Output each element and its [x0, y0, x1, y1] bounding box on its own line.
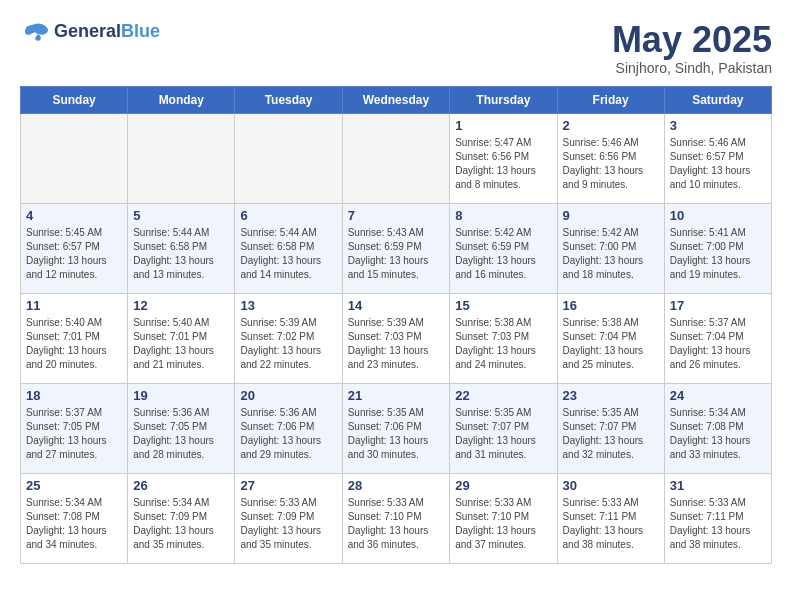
day-number: 19 [133, 388, 229, 403]
day-number: 27 [240, 478, 336, 493]
day-number: 21 [348, 388, 445, 403]
day-number: 2 [563, 118, 659, 133]
calendar-day-cell: 22Sunrise: 5:35 AM Sunset: 7:07 PM Dayli… [450, 383, 557, 473]
calendar-day-cell: 15Sunrise: 5:38 AM Sunset: 7:03 PM Dayli… [450, 293, 557, 383]
calendar-day-cell: 29Sunrise: 5:33 AM Sunset: 7:10 PM Dayli… [450, 473, 557, 563]
month-title: May 2025 [612, 20, 772, 60]
day-number: 29 [455, 478, 551, 493]
calendar-week-row: 25Sunrise: 5:34 AM Sunset: 7:08 PM Dayli… [21, 473, 772, 563]
day-info: Sunrise: 5:34 AM Sunset: 7:08 PM Dayligh… [670, 406, 766, 462]
calendar-week-row: 11Sunrise: 5:40 AM Sunset: 7:01 PM Dayli… [21, 293, 772, 383]
calendar-day-cell: 20Sunrise: 5:36 AM Sunset: 7:06 PM Dayli… [235, 383, 342, 473]
calendar-day-cell: 3Sunrise: 5:46 AM Sunset: 6:57 PM Daylig… [664, 113, 771, 203]
day-number: 7 [348, 208, 445, 223]
day-number: 9 [563, 208, 659, 223]
calendar-header-wednesday: Wednesday [342, 86, 450, 113]
calendar-day-cell: 31Sunrise: 5:33 AM Sunset: 7:11 PM Dayli… [664, 473, 771, 563]
day-info: Sunrise: 5:47 AM Sunset: 6:56 PM Dayligh… [455, 136, 551, 192]
day-number: 3 [670, 118, 766, 133]
calendar-day-cell: 14Sunrise: 5:39 AM Sunset: 7:03 PM Dayli… [342, 293, 450, 383]
calendar-week-row: 18Sunrise: 5:37 AM Sunset: 7:05 PM Dayli… [21, 383, 772, 473]
day-info: Sunrise: 5:42 AM Sunset: 7:00 PM Dayligh… [563, 226, 659, 282]
calendar-day-cell: 17Sunrise: 5:37 AM Sunset: 7:04 PM Dayli… [664, 293, 771, 383]
day-number: 31 [670, 478, 766, 493]
day-number: 12 [133, 298, 229, 313]
logo-icon [20, 20, 50, 44]
calendar-day-cell [21, 113, 128, 203]
calendar-day-cell: 30Sunrise: 5:33 AM Sunset: 7:11 PM Dayli… [557, 473, 664, 563]
day-number: 26 [133, 478, 229, 493]
day-info: Sunrise: 5:44 AM Sunset: 6:58 PM Dayligh… [240, 226, 336, 282]
day-info: Sunrise: 5:33 AM Sunset: 7:09 PM Dayligh… [240, 496, 336, 552]
day-number: 17 [670, 298, 766, 313]
day-number: 25 [26, 478, 122, 493]
calendar-day-cell: 12Sunrise: 5:40 AM Sunset: 7:01 PM Dayli… [128, 293, 235, 383]
calendar-day-cell: 18Sunrise: 5:37 AM Sunset: 7:05 PM Dayli… [21, 383, 128, 473]
day-number: 14 [348, 298, 445, 313]
day-number: 11 [26, 298, 122, 313]
calendar-day-cell: 21Sunrise: 5:35 AM Sunset: 7:06 PM Dayli… [342, 383, 450, 473]
day-info: Sunrise: 5:33 AM Sunset: 7:11 PM Dayligh… [563, 496, 659, 552]
day-info: Sunrise: 5:46 AM Sunset: 6:56 PM Dayligh… [563, 136, 659, 192]
day-number: 22 [455, 388, 551, 403]
calendar-day-cell: 19Sunrise: 5:36 AM Sunset: 7:05 PM Dayli… [128, 383, 235, 473]
day-info: Sunrise: 5:39 AM Sunset: 7:03 PM Dayligh… [348, 316, 445, 372]
calendar-day-cell: 10Sunrise: 5:41 AM Sunset: 7:00 PM Dayli… [664, 203, 771, 293]
calendar-day-cell: 27Sunrise: 5:33 AM Sunset: 7:09 PM Dayli… [235, 473, 342, 563]
day-info: Sunrise: 5:39 AM Sunset: 7:02 PM Dayligh… [240, 316, 336, 372]
calendar-header-row: SundayMondayTuesdayWednesdayThursdayFrid… [21, 86, 772, 113]
calendar-week-row: 4Sunrise: 5:45 AM Sunset: 6:57 PM Daylig… [21, 203, 772, 293]
day-info: Sunrise: 5:33 AM Sunset: 7:11 PM Dayligh… [670, 496, 766, 552]
day-info: Sunrise: 5:38 AM Sunset: 7:04 PM Dayligh… [563, 316, 659, 372]
calendar-header-friday: Friday [557, 86, 664, 113]
calendar-body: 1Sunrise: 5:47 AM Sunset: 6:56 PM Daylig… [21, 113, 772, 563]
day-number: 8 [455, 208, 551, 223]
calendar-header-saturday: Saturday [664, 86, 771, 113]
location: Sinjhoro, Sindh, Pakistan [612, 60, 772, 76]
calendar-week-row: 1Sunrise: 5:47 AM Sunset: 6:56 PM Daylig… [21, 113, 772, 203]
day-info: Sunrise: 5:34 AM Sunset: 7:09 PM Dayligh… [133, 496, 229, 552]
calendar-day-cell: 4Sunrise: 5:45 AM Sunset: 6:57 PM Daylig… [21, 203, 128, 293]
day-number: 23 [563, 388, 659, 403]
day-info: Sunrise: 5:35 AM Sunset: 7:06 PM Dayligh… [348, 406, 445, 462]
day-info: Sunrise: 5:36 AM Sunset: 7:05 PM Dayligh… [133, 406, 229, 462]
calendar-day-cell: 13Sunrise: 5:39 AM Sunset: 7:02 PM Dayli… [235, 293, 342, 383]
day-info: Sunrise: 5:40 AM Sunset: 7:01 PM Dayligh… [133, 316, 229, 372]
day-number: 15 [455, 298, 551, 313]
calendar-day-cell: 26Sunrise: 5:34 AM Sunset: 7:09 PM Dayli… [128, 473, 235, 563]
day-number: 24 [670, 388, 766, 403]
day-number: 20 [240, 388, 336, 403]
day-info: Sunrise: 5:41 AM Sunset: 7:00 PM Dayligh… [670, 226, 766, 282]
calendar-day-cell: 28Sunrise: 5:33 AM Sunset: 7:10 PM Dayli… [342, 473, 450, 563]
day-number: 28 [348, 478, 445, 493]
day-info: Sunrise: 5:35 AM Sunset: 7:07 PM Dayligh… [455, 406, 551, 462]
calendar-day-cell: 9Sunrise: 5:42 AM Sunset: 7:00 PM Daylig… [557, 203, 664, 293]
calendar-day-cell [235, 113, 342, 203]
day-number: 1 [455, 118, 551, 133]
calendar-day-cell: 5Sunrise: 5:44 AM Sunset: 6:58 PM Daylig… [128, 203, 235, 293]
day-info: Sunrise: 5:36 AM Sunset: 7:06 PM Dayligh… [240, 406, 336, 462]
calendar-header-thursday: Thursday [450, 86, 557, 113]
calendar-table: SundayMondayTuesdayWednesdayThursdayFrid… [20, 86, 772, 564]
calendar-header-tuesday: Tuesday [235, 86, 342, 113]
day-number: 18 [26, 388, 122, 403]
day-number: 30 [563, 478, 659, 493]
day-info: Sunrise: 5:37 AM Sunset: 7:05 PM Dayligh… [26, 406, 122, 462]
day-number: 5 [133, 208, 229, 223]
calendar-day-cell: 8Sunrise: 5:42 AM Sunset: 6:59 PM Daylig… [450, 203, 557, 293]
day-info: Sunrise: 5:40 AM Sunset: 7:01 PM Dayligh… [26, 316, 122, 372]
day-info: Sunrise: 5:43 AM Sunset: 6:59 PM Dayligh… [348, 226, 445, 282]
day-number: 4 [26, 208, 122, 223]
day-number: 13 [240, 298, 336, 313]
day-info: Sunrise: 5:33 AM Sunset: 7:10 PM Dayligh… [455, 496, 551, 552]
calendar-day-cell: 25Sunrise: 5:34 AM Sunset: 7:08 PM Dayli… [21, 473, 128, 563]
calendar-day-cell: 24Sunrise: 5:34 AM Sunset: 7:08 PM Dayli… [664, 383, 771, 473]
day-info: Sunrise: 5:38 AM Sunset: 7:03 PM Dayligh… [455, 316, 551, 372]
day-number: 10 [670, 208, 766, 223]
day-info: Sunrise: 5:35 AM Sunset: 7:07 PM Dayligh… [563, 406, 659, 462]
day-info: Sunrise: 5:42 AM Sunset: 6:59 PM Dayligh… [455, 226, 551, 282]
calendar-header-sunday: Sunday [21, 86, 128, 113]
calendar-day-cell: 6Sunrise: 5:44 AM Sunset: 6:58 PM Daylig… [235, 203, 342, 293]
page-header: GeneralBlue May 2025 Sinjhoro, Sindh, Pa… [20, 20, 772, 76]
calendar-day-cell: 23Sunrise: 5:35 AM Sunset: 7:07 PM Dayli… [557, 383, 664, 473]
